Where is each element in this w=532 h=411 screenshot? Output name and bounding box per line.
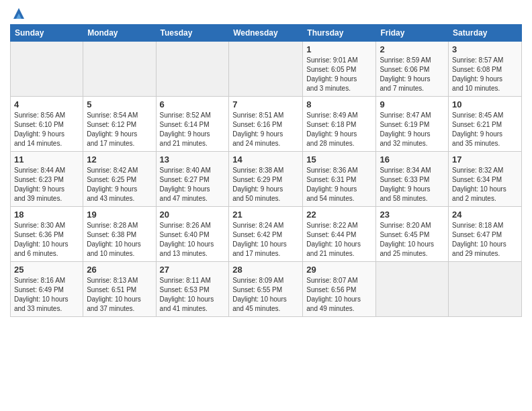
day-number: 20	[160, 210, 226, 220]
col-header-tuesday: Tuesday	[156, 25, 229, 42]
logo	[10, 7, 26, 19]
day-cell: 29Sunrise: 8:07 AM Sunset: 6:56 PM Dayli…	[303, 262, 376, 317]
day-number: 3	[452, 44, 518, 54]
day-number: 22	[306, 210, 372, 220]
week-row-3: 18Sunrise: 8:30 AM Sunset: 6:36 PM Dayli…	[11, 207, 522, 262]
col-header-friday: Friday	[376, 25, 449, 42]
week-row-4: 25Sunrise: 8:16 AM Sunset: 6:49 PM Dayli…	[11, 262, 522, 317]
day-cell: 20Sunrise: 8:26 AM Sunset: 6:40 PM Dayli…	[156, 207, 229, 262]
day-number: 18	[14, 210, 79, 220]
day-info: Sunrise: 8:42 AM Sunset: 6:25 PM Dayligh…	[87, 166, 152, 203]
day-number: 19	[87, 210, 152, 220]
day-number: 29	[306, 265, 372, 275]
day-info: Sunrise: 8:36 AM Sunset: 6:31 PM Dayligh…	[306, 166, 372, 203]
day-info: Sunrise: 8:40 AM Sunset: 6:27 PM Dayligh…	[160, 166, 226, 203]
day-info: Sunrise: 8:07 AM Sunset: 6:56 PM Dayligh…	[306, 276, 372, 314]
day-number: 23	[380, 210, 445, 220]
day-cell: 3Sunrise: 8:57 AM Sunset: 6:08 PM Daylig…	[449, 42, 522, 97]
day-info: Sunrise: 8:32 AM Sunset: 6:34 PM Dayligh…	[452, 166, 518, 203]
col-header-saturday: Saturday	[449, 25, 522, 42]
day-cell	[83, 42, 156, 97]
day-number: 6	[160, 99, 226, 109]
week-row-0: 1Sunrise: 9:01 AM Sunset: 6:05 PM Daylig…	[11, 42, 522, 97]
day-info: Sunrise: 8:22 AM Sunset: 6:44 PM Dayligh…	[306, 221, 372, 259]
day-number: 8	[306, 99, 372, 109]
day-cell: 5Sunrise: 8:54 AM Sunset: 6:12 PM Daylig…	[83, 97, 156, 152]
header	[10, 7, 522, 19]
day-cell: 1Sunrise: 9:01 AM Sunset: 6:05 PM Daylig…	[303, 42, 376, 97]
day-cell: 18Sunrise: 8:30 AM Sunset: 6:36 PM Dayli…	[11, 207, 83, 262]
day-number: 4	[14, 99, 79, 109]
day-cell: 11Sunrise: 8:44 AM Sunset: 6:23 PM Dayli…	[11, 152, 83, 207]
day-cell: 22Sunrise: 8:22 AM Sunset: 6:44 PM Dayli…	[303, 207, 376, 262]
day-cell: 16Sunrise: 8:34 AM Sunset: 6:33 PM Dayli…	[376, 152, 449, 207]
day-info: Sunrise: 8:56 AM Sunset: 6:10 PM Dayligh…	[14, 111, 79, 148]
day-info: Sunrise: 8:28 AM Sunset: 6:38 PM Dayligh…	[87, 221, 152, 259]
day-number: 28	[232, 265, 299, 275]
day-number: 21	[232, 210, 299, 220]
col-header-thursday: Thursday	[303, 25, 376, 42]
day-cell: 15Sunrise: 8:36 AM Sunset: 6:31 PM Dayli…	[303, 152, 376, 207]
day-number: 26	[87, 265, 152, 275]
day-cell	[156, 42, 229, 97]
day-number: 24	[452, 210, 518, 220]
day-info: Sunrise: 8:47 AM Sunset: 6:19 PM Dayligh…	[380, 111, 445, 148]
day-cell: 17Sunrise: 8:32 AM Sunset: 6:34 PM Dayli…	[449, 152, 522, 207]
day-cell: 10Sunrise: 8:45 AM Sunset: 6:21 PM Dayli…	[449, 97, 522, 152]
day-number: 13	[160, 154, 226, 165]
day-info: Sunrise: 8:52 AM Sunset: 6:14 PM Dayligh…	[160, 111, 226, 148]
day-info: Sunrise: 8:11 AM Sunset: 6:53 PM Dayligh…	[160, 276, 226, 314]
day-cell: 8Sunrise: 8:49 AM Sunset: 6:18 PM Daylig…	[303, 97, 376, 152]
day-info: Sunrise: 8:30 AM Sunset: 6:36 PM Dayligh…	[14, 221, 79, 259]
day-info: Sunrise: 8:09 AM Sunset: 6:55 PM Dayligh…	[232, 276, 299, 314]
day-cell: 27Sunrise: 8:11 AM Sunset: 6:53 PM Dayli…	[156, 262, 229, 317]
day-info: Sunrise: 8:49 AM Sunset: 6:18 PM Dayligh…	[306, 111, 372, 148]
day-cell: 21Sunrise: 8:24 AM Sunset: 6:42 PM Dayli…	[229, 207, 303, 262]
day-info: Sunrise: 9:01 AM Sunset: 6:05 PM Dayligh…	[306, 56, 372, 93]
day-cell: 2Sunrise: 8:59 AM Sunset: 6:06 PM Daylig…	[376, 42, 449, 97]
day-cell	[449, 262, 522, 317]
day-cell: 26Sunrise: 8:13 AM Sunset: 6:51 PM Dayli…	[83, 262, 156, 317]
day-info: Sunrise: 8:24 AM Sunset: 6:42 PM Dayligh…	[232, 221, 299, 259]
day-number: 10	[452, 99, 518, 109]
page: SundayMondayTuesdayWednesdayThursdayFrid…	[0, 0, 532, 327]
day-cell: 25Sunrise: 8:16 AM Sunset: 6:49 PM Dayli…	[11, 262, 83, 317]
day-cell: 23Sunrise: 8:20 AM Sunset: 6:45 PM Dayli…	[376, 207, 449, 262]
day-info: Sunrise: 8:34 AM Sunset: 6:33 PM Dayligh…	[380, 166, 445, 203]
day-number: 27	[160, 265, 226, 275]
day-info: Sunrise: 8:26 AM Sunset: 6:40 PM Dayligh…	[160, 221, 226, 259]
day-number: 25	[14, 265, 79, 275]
day-number: 7	[232, 99, 299, 109]
day-number: 17	[452, 154, 518, 165]
day-number: 14	[232, 154, 299, 165]
day-cell: 28Sunrise: 8:09 AM Sunset: 6:55 PM Dayli…	[229, 262, 303, 317]
calendar-header-row: SundayMondayTuesdayWednesdayThursdayFrid…	[11, 25, 522, 42]
day-info: Sunrise: 8:44 AM Sunset: 6:23 PM Dayligh…	[14, 166, 79, 203]
col-header-monday: Monday	[83, 25, 156, 42]
day-number: 15	[306, 154, 372, 165]
day-number: 1	[306, 44, 372, 54]
logo-icon	[12, 7, 26, 21]
day-info: Sunrise: 8:54 AM Sunset: 6:12 PM Dayligh…	[87, 111, 152, 148]
day-number: 9	[380, 99, 445, 109]
day-cell: 12Sunrise: 8:42 AM Sunset: 6:25 PM Dayli…	[83, 152, 156, 207]
day-number: 12	[87, 154, 152, 165]
col-header-sunday: Sunday	[11, 25, 83, 42]
day-number: 5	[87, 99, 152, 109]
day-number: 16	[380, 154, 445, 165]
day-cell: 7Sunrise: 8:51 AM Sunset: 6:16 PM Daylig…	[229, 97, 303, 152]
day-cell: 6Sunrise: 8:52 AM Sunset: 6:14 PM Daylig…	[156, 97, 229, 152]
calendar-table: SundayMondayTuesdayWednesdayThursdayFrid…	[10, 24, 522, 317]
week-row-1: 4Sunrise: 8:56 AM Sunset: 6:10 PM Daylig…	[11, 97, 522, 152]
day-number: 2	[380, 44, 445, 54]
day-info: Sunrise: 8:13 AM Sunset: 6:51 PM Dayligh…	[87, 276, 152, 314]
day-info: Sunrise: 8:51 AM Sunset: 6:16 PM Dayligh…	[232, 111, 299, 148]
day-cell: 19Sunrise: 8:28 AM Sunset: 6:38 PM Dayli…	[83, 207, 156, 262]
day-info: Sunrise: 8:38 AM Sunset: 6:29 PM Dayligh…	[232, 166, 299, 203]
day-info: Sunrise: 8:18 AM Sunset: 6:47 PM Dayligh…	[452, 221, 518, 259]
day-cell: 14Sunrise: 8:38 AM Sunset: 6:29 PM Dayli…	[229, 152, 303, 207]
day-cell: 24Sunrise: 8:18 AM Sunset: 6:47 PM Dayli…	[449, 207, 522, 262]
day-cell: 4Sunrise: 8:56 AM Sunset: 6:10 PM Daylig…	[11, 97, 83, 152]
day-number: 11	[14, 154, 79, 165]
day-cell	[229, 42, 303, 97]
